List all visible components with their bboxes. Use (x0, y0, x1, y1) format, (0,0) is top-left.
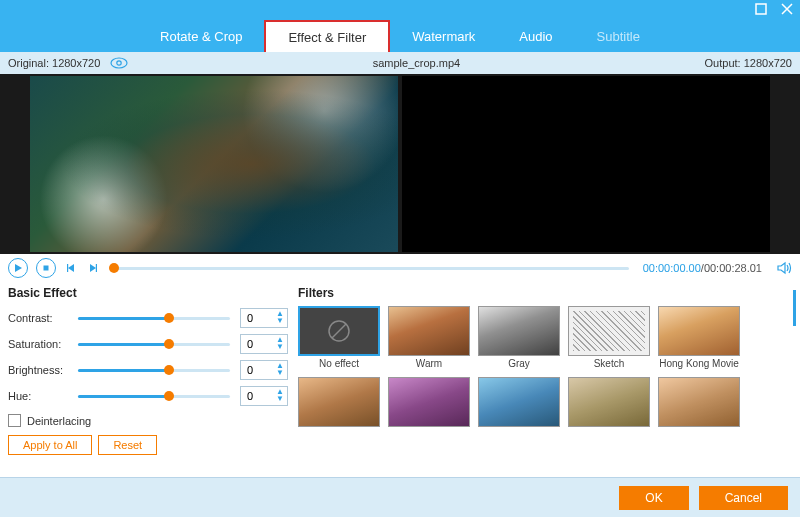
tab-subtitle[interactable]: Subtitle (575, 20, 662, 52)
svg-rect-3 (44, 266, 49, 271)
close-icon[interactable] (780, 2, 794, 20)
filter-item-8[interactable] (478, 377, 560, 429)
filter-no-effect[interactable]: No effect (298, 306, 380, 369)
filters-panel: Filters No effect Warm Gray Sketch Hong … (298, 286, 792, 457)
filter-hong-kong-movie[interactable]: Hong Kong Movie (658, 306, 740, 369)
filters-title: Filters (298, 286, 792, 300)
original-resolution: Original: 1280x720 (8, 57, 100, 69)
title-bar (0, 0, 800, 20)
tab-bar: Rotate & Crop Effect & Filter Watermark … (0, 20, 800, 52)
contrast-label: Contrast: (8, 312, 78, 324)
saturation-label: Saturation: (8, 338, 78, 350)
filename-label: sample_crop.mp4 (128, 57, 704, 69)
info-bar: Original: 1280x720 sample_crop.mp4 Outpu… (0, 52, 800, 74)
brightness-slider[interactable] (78, 369, 230, 372)
saturation-row: Saturation: 0▲▼ (8, 332, 288, 356)
svg-line-7 (332, 324, 346, 338)
hue-value[interactable]: 0▲▼ (240, 386, 288, 406)
preview-output (402, 76, 770, 252)
filter-item-10[interactable] (658, 377, 740, 429)
tab-watermark[interactable]: Watermark (390, 20, 497, 52)
timecode: 00:00:00.00/00:00:28.01 (643, 262, 762, 274)
cancel-button[interactable]: Cancel (699, 486, 788, 510)
eye-icon[interactable] (110, 57, 128, 69)
brightness-value[interactable]: 0▲▼ (240, 360, 288, 380)
prev-frame-button[interactable] (64, 258, 78, 278)
spin-down-icon[interactable]: ▼ (275, 370, 285, 377)
output-resolution: Output: 1280x720 (705, 57, 792, 69)
contrast-slider[interactable] (78, 317, 230, 320)
basic-effect-panel: Basic Effect Contrast: 0▲▼ Saturation: 0… (8, 286, 288, 457)
apply-to-all-button[interactable]: Apply to All (8, 435, 92, 455)
brightness-label: Brightness: (8, 364, 78, 376)
tab-effect-filter[interactable]: Effect & Filter (264, 20, 390, 52)
hue-slider[interactable] (78, 395, 230, 398)
deinterlacing-checkbox[interactable] (8, 414, 21, 427)
playback-timeline[interactable] (114, 267, 629, 270)
maximize-icon[interactable] (754, 2, 768, 20)
saturation-value[interactable]: 0▲▼ (240, 334, 288, 354)
filter-warm[interactable]: Warm (388, 306, 470, 369)
volume-icon[interactable] (776, 260, 792, 276)
contrast-value[interactable]: 0▲▼ (240, 308, 288, 328)
preview-area (0, 74, 800, 254)
deinterlacing-label: Deinterlacing (27, 415, 91, 427)
saturation-slider[interactable] (78, 343, 230, 346)
hue-label: Hue: (8, 390, 78, 402)
deinterlacing-row[interactable]: Deinterlacing (8, 414, 288, 427)
play-button[interactable] (8, 258, 28, 278)
filter-item-9[interactable] (568, 377, 650, 429)
ok-button[interactable]: OK (619, 486, 688, 510)
filters-grid: No effect Warm Gray Sketch Hong Kong Mov… (298, 306, 792, 429)
svg-rect-5 (96, 264, 97, 272)
filter-item-6[interactable] (298, 377, 380, 429)
spin-down-icon[interactable]: ▼ (275, 344, 285, 351)
reset-button[interactable]: Reset (98, 435, 157, 455)
tab-rotate-crop[interactable]: Rotate & Crop (138, 20, 264, 52)
filter-gray[interactable]: Gray (478, 306, 560, 369)
contrast-row: Contrast: 0▲▼ (8, 306, 288, 330)
spin-down-icon[interactable]: ▼ (275, 396, 285, 403)
filters-scrollbar[interactable] (793, 290, 796, 326)
spin-down-icon[interactable]: ▼ (275, 318, 285, 325)
filter-item-7[interactable] (388, 377, 470, 429)
svg-point-1 (111, 58, 127, 68)
tab-audio[interactable]: Audio (497, 20, 574, 52)
basic-effect-title: Basic Effect (8, 286, 288, 300)
next-frame-button[interactable] (86, 258, 100, 278)
filter-sketch[interactable]: Sketch (568, 306, 650, 369)
hue-row: Hue: 0▲▼ (8, 384, 288, 408)
main-panel: Basic Effect Contrast: 0▲▼ Saturation: 0… (0, 282, 800, 457)
stop-button[interactable] (36, 258, 56, 278)
svg-rect-0 (756, 4, 766, 14)
footer-bar: OK Cancel (0, 477, 800, 517)
brightness-row: Brightness: 0▲▼ (8, 358, 288, 382)
playback-controls: 00:00:00.00/00:00:28.01 (0, 254, 800, 282)
preview-original (30, 76, 398, 252)
svg-point-2 (117, 61, 121, 65)
svg-rect-4 (67, 264, 68, 272)
